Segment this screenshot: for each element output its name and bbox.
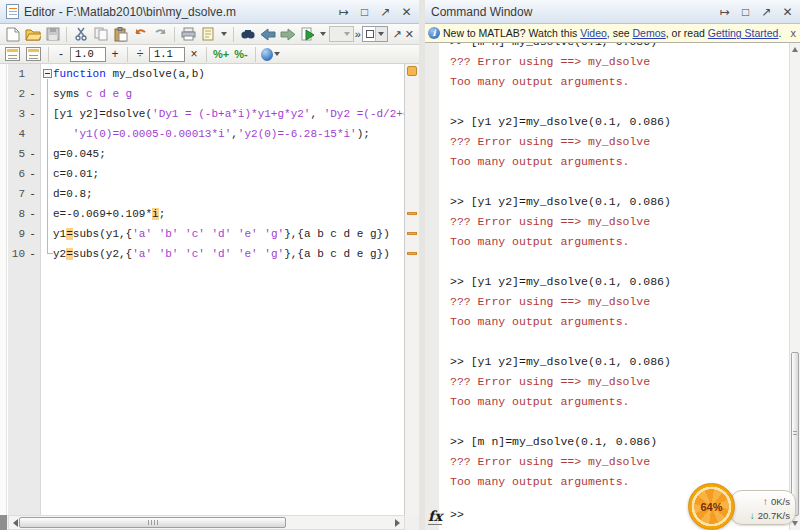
cut-button[interactable] — [71, 25, 90, 43]
mlint-warning-mark[interactable] — [407, 212, 417, 215]
save-button[interactable] — [43, 25, 62, 43]
back-button[interactable] — [258, 25, 277, 43]
undo-button[interactable] — [131, 25, 150, 43]
banner-text: New to MATLAB? Watch this Video, see Dem… — [443, 27, 781, 39]
insert-cell-icon[interactable] — [3, 45, 22, 63]
config-dropdown[interactable] — [329, 26, 354, 42]
scroll-up-arrow[interactable] — [792, 47, 798, 52]
fx-function-hint-button[interactable]: fx — [428, 509, 442, 525]
gutter-row[interactable]: 1 — [8, 64, 40, 84]
editor-horizontal-scrollbar[interactable] — [8, 515, 405, 530]
code-line[interactable]: e=-0.069+0.109*i; — [53, 204, 404, 224]
gutter-row[interactable]: 2- — [8, 84, 40, 104]
code-line[interactable]: d=0.8; — [53, 184, 404, 204]
maximize-icon[interactable]: □ — [358, 6, 371, 18]
fold-collapse-icon[interactable] — [43, 69, 52, 78]
mlint-warning-mark[interactable] — [407, 252, 417, 255]
code-line[interactable]: [y1 y2]=dsolve('Dy1 = (-b+a*i)*y1+g*y2',… — [53, 104, 404, 124]
comment-plus-icon[interactable]: %+ — [212, 48, 230, 60]
scroll-left-arrow[interactable] — [13, 519, 18, 527]
print-preview-button[interactable] — [199, 25, 218, 43]
scroll-right-arrow[interactable] — [395, 519, 400, 527]
code-line[interactable]: y2=subs(y2,{'a' 'b' 'c' 'd' 'e' 'g'},{a … — [53, 244, 404, 264]
undock-icon[interactable]: ↗ — [379, 6, 392, 18]
toolbar-close-icon[interactable]: ✕ — [405, 28, 414, 41]
publish-icon[interactable] — [261, 45, 280, 63]
multiply-button[interactable]: × — [187, 47, 201, 61]
stack-dropdown[interactable] — [362, 26, 388, 42]
command-prompt[interactable]: >> — [450, 508, 464, 521]
line-number-gutter[interactable]: 12-3-45-6-7-8-9-10- — [8, 64, 41, 515]
close-icon[interactable]: ✕ — [781, 6, 794, 18]
horizontal-scroll-thumb[interactable] — [19, 517, 286, 528]
memory-usage-ball[interactable]: 64% — [688, 483, 735, 530]
run-dropdown-arrow[interactable] — [320, 32, 326, 36]
gutter-row[interactable]: 3- — [8, 104, 40, 124]
gutter-row[interactable]: 5- — [8, 144, 40, 164]
upload-speed: 0K/s — [771, 496, 790, 507]
code-line[interactable]: syms c d e g — [53, 84, 404, 104]
insert-cell-break-icon[interactable] — [24, 45, 43, 63]
editor-toolbar-main: » ↗ ✕ — [0, 24, 419, 45]
getting-started-link[interactable]: Getting Started — [708, 27, 779, 39]
error-line: ??? Error using ==> my_dsolve — [450, 52, 789, 72]
gutter-row[interactable]: 6- — [8, 164, 40, 184]
dock-icon[interactable]: ↦ — [718, 6, 731, 18]
increment-button[interactable]: + — [108, 47, 122, 61]
command-window-output[interactable]: >> [m n]=my_dsolve(0.1, 0.086)??? Error … — [450, 32, 789, 512]
code-line[interactable]: g=0.045; — [53, 144, 404, 164]
code-line[interactable]: y1=subs(y1,{'a' 'b' 'c' 'd' 'e' 'g'},{a … — [53, 224, 404, 244]
gutter-row[interactable]: 7- — [8, 184, 40, 204]
maximize-icon[interactable]: □ — [739, 6, 752, 18]
command-line — [450, 92, 789, 112]
copy-button[interactable] — [91, 25, 110, 43]
paste-button[interactable] — [111, 25, 130, 43]
gutter-row[interactable]: 9- — [8, 224, 40, 244]
gutter-row[interactable]: 8- — [8, 204, 40, 224]
mlint-summary-icon[interactable] — [407, 66, 417, 76]
gutter-row[interactable]: 10- — [8, 244, 40, 264]
mlint-warning-mark[interactable] — [407, 232, 417, 235]
value2-field[interactable] — [149, 47, 185, 62]
close-icon[interactable]: ✕ — [400, 6, 413, 18]
decrement-button[interactable]: - — [54, 47, 68, 61]
code-text[interactable]: function my_dsolve(a,b)syms c d e g[y1 y… — [53, 64, 404, 515]
error-line: ??? Error using ==> my_dsolve — [450, 212, 789, 232]
new-file-button[interactable] — [3, 25, 22, 43]
error-line: Too many output arguments. — [450, 312, 789, 332]
command-line — [450, 332, 789, 352]
mlint-indicator-strip[interactable] — [404, 64, 419, 515]
run-button[interactable] — [298, 25, 317, 43]
upload-arrow-icon: ↑ — [763, 496, 768, 507]
banner-close-icon[interactable]: x — [791, 27, 798, 39]
forward-button[interactable] — [278, 25, 297, 43]
demos-link[interactable]: Demos — [633, 27, 666, 39]
code-line[interactable]: function my_dsolve(a,b) — [53, 64, 404, 84]
video-link[interactable]: Video — [580, 27, 607, 39]
value1-field[interactable] — [70, 47, 106, 62]
command-window-scrollbar[interactable] — [789, 43, 800, 530]
breakpoint-strip[interactable] — [0, 64, 7, 515]
print-dropdown-arrow[interactable] — [221, 32, 227, 36]
divide-button[interactable]: ÷ — [133, 47, 147, 61]
open-file-button[interactable] — [23, 25, 42, 43]
toolbar-overflow-chevron[interactable]: » — [355, 28, 361, 40]
editor-code-area[interactable]: 12-3-45-6-7-8-9-10- function my_dsolve(a… — [0, 64, 419, 515]
code-line[interactable]: 'y1(0)=0.0005-0.00013*i','y2(0)=-6.28-15… — [53, 124, 404, 144]
matlab-desktop: Editor - F:\Matlab2010\bin\my_dsolve.m ↦… — [0, 0, 800, 530]
command-window-titlebar: Command Window ↦ □ ↗ ✕ — [425, 0, 800, 24]
command-line: >> [y1 y2]=my_dsolve(0.1, 0.086) — [450, 352, 789, 372]
find-button[interactable] — [238, 25, 257, 43]
dock-icon[interactable]: ↦ — [337, 6, 350, 18]
download-arrow-icon: ↓ — [750, 510, 755, 521]
code-line[interactable]: c=0.01; — [53, 164, 404, 184]
command-line — [450, 172, 789, 192]
comment-minus-icon[interactable]: %- — [232, 48, 250, 60]
gutter-row[interactable]: 4 — [8, 124, 40, 144]
redo-button[interactable] — [151, 25, 170, 43]
net-speed-widget[interactable]: ↑0K/s ↓20.7K/s 64% — [688, 483, 800, 530]
undock-icon[interactable]: ↗ — [760, 6, 773, 18]
toolbar-undock-icon[interactable]: ↗ — [393, 28, 402, 41]
error-line: ??? Error using ==> my_dsolve — [450, 372, 789, 392]
print-button[interactable] — [179, 25, 198, 43]
